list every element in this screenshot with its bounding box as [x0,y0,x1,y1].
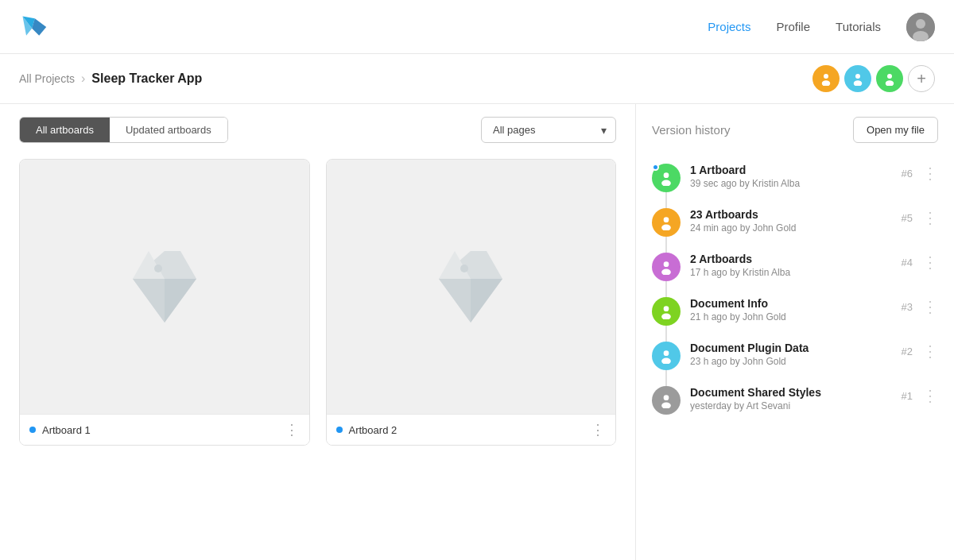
artboard-footer-2: Artboard 2 ⋮ [327,414,616,445]
main-nav: Projects Profile Tutorials [708,13,935,41]
version-num-5: #1 [902,390,913,402]
version-info-1: 23 Artboards 24 min ago by John Gold [690,208,892,234]
user-avatar-header[interactable] [906,13,935,41]
pages-select[interactable]: All pages Page 1 Page 2 [481,117,616,143]
version-meta-1: 24 min ago by John Gold [690,222,892,234]
svg-point-26 [664,217,669,222]
breadcrumb-current: Sleep Tracker App [91,71,202,86]
nav-tutorials[interactable]: Tutorials [836,20,881,33]
nav-profile[interactable]: Profile [777,20,811,33]
svg-marker-19 [439,279,471,322]
left-panel: All artboards Updated artboards All page… [0,104,636,560]
artboard-menu-1[interactable]: ⋮ [285,423,300,437]
version-right-5: #1 ⋮ [902,386,938,405]
artboard-status-dot-1 [29,427,36,433]
version-info-5: Document Shared Styles yesterday by Art … [690,386,892,411]
version-label-5: Document Shared Styles [690,386,892,399]
svg-point-17 [154,265,162,272]
version-num-2: #4 [902,257,913,268]
version-dots-2[interactable]: ⋮ [922,253,938,272]
svg-point-25 [661,180,671,187]
version-history-header: Version history Open my file [652,117,938,143]
avatar-image [906,13,935,41]
version-right-4: #2 ⋮ [902,342,938,361]
svg-point-9 [854,80,863,86]
version-info-0: 1 Artboard 39 sec ago by Kristin Alba [690,164,892,189]
version-list: 1 Artboard 39 sec ago by Kristin Alba #6… [652,156,938,423]
svg-point-6 [824,74,828,79]
version-avatar-3 [652,297,681,326]
version-label-4: Document Plugin Data [690,342,892,354]
version-dots-1[interactable]: ⋮ [922,208,938,227]
tab-updated-artboards[interactable]: Updated artboards [110,118,227,142]
version-num-1: #5 [902,212,913,224]
svg-marker-22 [471,251,502,279]
add-user-button[interactable]: + [908,65,935,92]
version-avatar-5 [652,386,681,415]
svg-marker-13 [133,279,165,322]
svg-marker-1 [32,18,46,36]
tabs-row: All artboards Updated artboards All page… [19,117,616,143]
version-label-3: Document Info [690,297,892,310]
version-item-4: Document Plugin Data 23 h ago by John Go… [652,334,938,378]
logo[interactable] [19,13,48,41]
version-info-3: Document Info 21 h ago by John Gold [690,297,892,322]
version-avatar-0 [652,164,681,192]
collaborator-avatar-2[interactable] [844,65,871,92]
version-label-1: 23 Artboards [690,208,892,221]
version-right-0: #6 ⋮ [902,164,938,183]
version-num-0: #6 [902,168,913,180]
version-meta-3: 21 h ago by John Gold [690,311,892,322]
svg-marker-16 [165,251,196,279]
artboard-preview-2 [327,160,616,414]
version-dots-4[interactable]: ⋮ [922,342,938,361]
version-meta-5: yesterday by Art Sevani [690,400,892,411]
collaborator-avatar-3[interactable] [876,65,903,92]
svg-point-28 [664,261,669,267]
app-header: Projects Profile Tutorials [0,0,954,54]
svg-point-24 [664,172,669,178]
svg-point-10 [887,74,892,79]
version-right-3: #3 ⋮ [902,297,938,316]
version-item-2: 2 Artboards 17 h ago by Kristin Alba #4 … [652,245,938,289]
version-info-4: Document Plugin Data 23 h ago by John Go… [690,342,892,367]
nav-projects[interactable]: Projects [708,20,750,33]
collaborator-avatar-1[interactable] [812,65,840,92]
svg-point-4 [916,19,925,29]
artboard-menu-2[interactable]: ⋮ [591,423,606,437]
version-num-3: #3 [902,301,913,313]
svg-marker-20 [471,279,502,322]
svg-point-27 [661,225,671,231]
version-avatar-2 [652,253,681,281]
version-dots-0[interactable]: ⋮ [922,164,938,183]
version-label-0: 1 Artboard [690,164,892,176]
breadcrumb: All Projects › Sleep Tracker App [19,71,202,86]
svg-point-7 [822,80,831,86]
main-layout: All artboards Updated artboards All page… [0,104,954,560]
breadcrumb-separator: › [81,71,85,86]
version-dots-5[interactable]: ⋮ [922,386,938,405]
version-item-1: 23 Artboards 24 min ago by John Gold #5 … [652,200,938,245]
artboard-card-2[interactable]: Artboard 2 ⋮ [326,159,617,446]
open-file-button[interactable]: Open my file [853,117,938,143]
version-item-5: Document Shared Styles yesterday by Art … [652,378,938,423]
version-dots-3[interactable]: ⋮ [922,297,938,316]
version-item-0: 1 Artboard 39 sec ago by Kristin Alba #6… [652,156,938,200]
svg-marker-14 [165,279,196,322]
version-avatar-4 [652,342,681,370]
artboard-name-row-1: Artboard 1 [29,424,91,436]
artboard-card-1[interactable]: Artboard 1 ⋮ [19,159,310,446]
artboard-preview-1 [20,160,309,414]
breadcrumb-parent[interactable]: All Projects [19,72,75,85]
svg-point-11 [886,80,894,86]
pages-select-wrapper: All pages Page 1 Page 2 ▾ [481,117,616,143]
tab-all-artboards[interactable]: All artboards [20,118,110,142]
svg-point-30 [664,306,669,311]
artboard-name-row-2: Artboard 2 [336,424,398,436]
version-meta-0: 39 sec ago by Kristin Alba [690,178,892,189]
artboard-name-2: Artboard 2 [349,424,398,436]
svg-point-29 [661,269,671,276]
online-dot-0 [652,164,659,171]
svg-point-31 [661,314,671,320]
version-item-3: Document Info 21 h ago by John Gold #3 ⋮ [652,289,938,334]
